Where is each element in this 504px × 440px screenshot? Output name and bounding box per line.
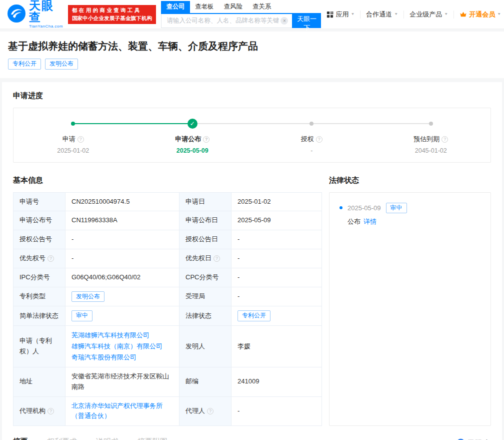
- brand-logo[interactable]: 天眼查 TianYanCha.com: [7, 0, 63, 29]
- field-label-text: 申请公布日: [186, 216, 218, 224]
- field-value: -: [66, 230, 180, 249]
- table-row: 代理机构?北京清亦华知识产权代理事务所（普通合伙）代理人?-: [14, 396, 322, 426]
- table-row: 地址安徽省芜湖市经济技术开发区鞍山南路邮编241009: [14, 367, 322, 397]
- field-value-text: -: [238, 235, 240, 243]
- help-icon[interactable]: ?: [48, 408, 54, 414]
- nav-item-开通会员[interactable]: 开通会员▼: [454, 11, 504, 19]
- chevron-down-icon: ▼: [497, 13, 501, 16]
- field-label-text: 代理机构: [20, 407, 46, 414]
- tab-权利要求[interactable]: 权利要求: [47, 437, 77, 440]
- field-label-text: 发明人: [186, 342, 205, 350]
- field-label: 代理机构?: [14, 396, 66, 426]
- field-value: -: [232, 268, 322, 287]
- field-value: 2025-05-09: [232, 211, 322, 230]
- legal-status-heading: 法律状态: [329, 176, 491, 185]
- patent-tag: 发明公布: [45, 59, 78, 70]
- legal-status-item: 2025-05-09审中公布详情: [340, 203, 480, 227]
- clear-search-icon[interactable]: ×: [280, 17, 288, 25]
- field-value-text: 安徽省芜湖市经济技术开发区鞍山南路: [72, 372, 169, 390]
- timeline-steps: 申请?2025-01-02✓申请公布?2025-05-09授权?-预估到期?20…: [14, 117, 490, 154]
- field-value-text: -: [238, 407, 240, 414]
- search-tab-查风险[interactable]: 查风险: [218, 1, 248, 13]
- tab-摘要附图[interactable]: 摘要附图: [138, 437, 168, 440]
- company-link[interactable]: 奇瑞汽车股份有限公司: [72, 352, 173, 363]
- help-icon[interactable]: ?: [78, 136, 84, 143]
- slogan-line2: 国家中小企业发展子基金旗下机构: [72, 15, 152, 22]
- field-label-text: 申请号: [20, 198, 39, 205]
- field-label: 专利类型: [14, 287, 66, 306]
- company-link[interactable]: 芜湖雄狮汽车科技有限公司: [72, 330, 173, 341]
- search-tab-查关系[interactable]: 查关系: [248, 1, 276, 13]
- search-tab-查公司[interactable]: 查公司: [161, 1, 190, 13]
- step-date: 2025-01-02: [14, 147, 133, 154]
- progress-step-授权: 授权?-: [252, 117, 372, 154]
- agency-link[interactable]: 北京清亦华知识产权代理事务所（普通合伙）: [72, 402, 162, 420]
- field-label: 申请日: [180, 192, 232, 211]
- field-label: 授权公告号: [14, 230, 66, 249]
- nav-item-合作通道[interactable]: 合作通道▼: [360, 11, 404, 19]
- tab-摘要[interactable]: 摘要: [13, 437, 28, 440]
- legal-detail-link[interactable]: 详情: [364, 218, 376, 225]
- help-icon[interactable]: ?: [203, 136, 210, 143]
- field-value-text: 2025-01-02: [238, 198, 271, 205]
- step-date: 2025-05-09: [133, 147, 252, 154]
- table-row: 优先权号?-优先权日?-: [14, 249, 322, 268]
- search-input[interactable]: [161, 14, 292, 28]
- tab-说明书[interactable]: 说明书: [96, 437, 118, 440]
- top-header: 天眼查 TianYanCha.com 都在用的商业查询工具 国家中小企业发展子基…: [0, 0, 504, 29]
- progress-step-预估到期: 预估到期?2045-01-02: [372, 117, 491, 154]
- field-value: 241009: [232, 367, 322, 397]
- step-label: 申请公布?: [133, 135, 252, 144]
- field-label: 优先权日?: [180, 249, 232, 268]
- field-label-text: CPC分类号: [186, 273, 218, 281]
- basic-info-heading: 基本信息: [13, 176, 322, 185]
- field-value: -: [232, 249, 322, 268]
- field-value-text: CN119963338A: [72, 216, 118, 224]
- help-icon[interactable]: ?: [316, 136, 322, 143]
- page-title: 基于虚拟养娃的储蓄方法、装置、车辆、介质及程序产品: [8, 40, 496, 53]
- legal-status-tag: 审中: [386, 203, 407, 214]
- field-label-text: 申请（专利权）人: [20, 337, 52, 355]
- help-icon[interactable]: ?: [207, 408, 214, 414]
- step-check-icon: ✓: [188, 119, 198, 129]
- step-label: 授权?: [252, 135, 372, 144]
- help-icon[interactable]: ?: [214, 255, 220, 262]
- field-label-text: 受理局: [186, 292, 205, 300]
- search-button[interactable]: 天眼一下: [292, 14, 321, 28]
- field-label: CPC分类号: [180, 268, 232, 287]
- company-link[interactable]: 雄狮汽车科技（南京）有限公司: [72, 341, 173, 352]
- progress-step-申请: 申请?2025-01-02: [14, 117, 133, 154]
- status-tag: 发明公布: [72, 291, 104, 302]
- step-dot-done: [71, 122, 75, 126]
- field-value: CN119963338A: [66, 211, 180, 230]
- brand-name: 天眼查: [29, 0, 63, 23]
- help-icon[interactable]: ?: [442, 136, 448, 143]
- help-icon[interactable]: ?: [48, 255, 54, 262]
- field-label: 受理局: [180, 287, 232, 306]
- progress-heading: 申请进度: [13, 91, 491, 101]
- field-label: IPC分类号: [14, 268, 66, 287]
- detail-tabs: 摘要权利要求说明书摘要附图 天眼查: [13, 437, 491, 440]
- field-value: 安徽省芜湖市经济技术开发区鞍山南路: [66, 367, 180, 397]
- field-label-text: 法律状态: [186, 312, 212, 319]
- nav-item-企业级产品[interactable]: 企业级产品▼: [404, 11, 454, 19]
- field-label-text: 简单法律状态: [20, 312, 58, 319]
- table-row: 授权公告号-授权公告日-: [14, 230, 322, 249]
- legal-status-panel: 2025-05-09审中公布详情: [329, 192, 491, 426]
- field-label: 授权公告日: [180, 230, 232, 249]
- field-label: 申请号: [14, 192, 66, 211]
- field-value: 发明公布: [66, 287, 180, 306]
- top-nav: 应用▼合作通道▼企业级产品▼开通会员▼超级风...▼: [321, 11, 504, 19]
- field-label-text: 地址: [20, 377, 32, 385]
- tianyancha-eye-icon: [7, 4, 26, 25]
- nav-item-应用[interactable]: 应用▼: [321, 11, 360, 19]
- field-label-text: 优先权号: [20, 254, 46, 262]
- slogan-badge: 都在用的商业查询工具 国家中小企业发展子基金旗下机构: [68, 5, 156, 24]
- search-tab-查老板[interactable]: 查老板: [190, 1, 219, 13]
- nav-item-label: 合作通道: [366, 10, 392, 19]
- application-progress: 申请?2025-01-02✓申请公布?2025-05-09授权?-预估到期?20…: [13, 108, 491, 163]
- field-value: -: [232, 287, 322, 306]
- field-value: -: [232, 230, 322, 249]
- step-label: 预估到期?: [372, 135, 491, 144]
- search-module: 查公司查老板查风险查关系 × 天眼一下: [161, 1, 321, 28]
